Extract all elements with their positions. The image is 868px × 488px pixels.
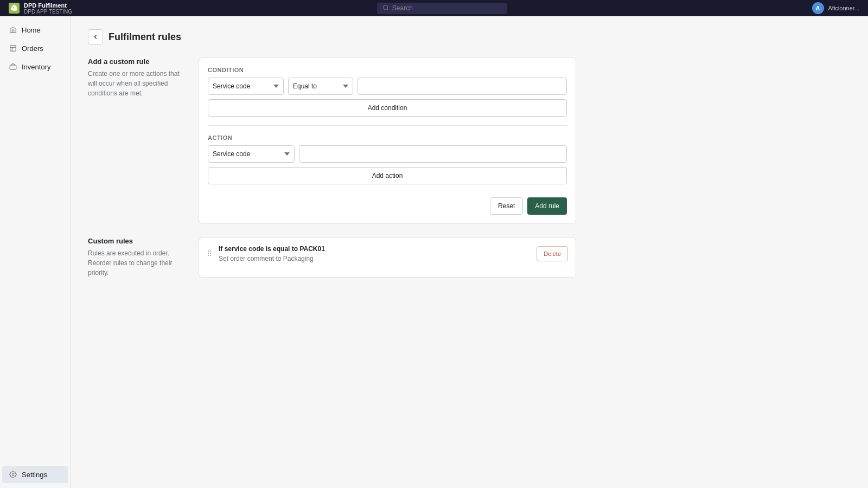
action-value-input[interactable]: [299, 145, 567, 163]
top-navigation: DPD Fulfilment DPD APP TESTING A Aficion…: [0, 0, 868, 16]
sidebar-item-home-label: Home: [22, 26, 41, 34]
avatar: A: [812, 2, 824, 14]
add-rule-description: Add a custom rule Create one or more act…: [88, 57, 186, 224]
sidebar-item-inventory[interactable]: Inventory: [2, 58, 68, 75]
back-button[interactable]: [88, 29, 103, 44]
svg-rect-2: [10, 65, 16, 69]
store-name: Aficionner...: [828, 5, 859, 11]
condition-row: Service code Order tag SKU Product title…: [208, 78, 567, 95]
drag-handle-icon[interactable]: ⠿: [207, 249, 212, 258]
custom-rules-section: Custom rules Rules are executed in order…: [88, 237, 576, 278]
settings-icon: [9, 470, 17, 479]
condition-field-select[interactable]: Service code Order tag SKU Product title: [208, 78, 284, 95]
app-subtitle: DPD APP TESTING: [24, 9, 72, 15]
rule-form-buttons: Reset Add rule: [208, 193, 567, 215]
add-rule-card: CONDITION Service code Order tag SKU Pro…: [199, 57, 576, 224]
rule-action-text: Set order comment to Packaging: [219, 255, 314, 262]
page-header: Fulfilment rules: [88, 29, 851, 44]
condition-label: CONDITION: [208, 67, 567, 73]
shopify-logo: [9, 3, 20, 14]
divider: [208, 125, 567, 126]
svg-rect-1: [10, 46, 16, 52]
add-rule-heading: Add a custom rule: [88, 57, 186, 66]
home-icon: [9, 25, 17, 34]
sidebar-item-settings[interactable]: Settings: [2, 466, 68, 483]
custom-rules-description: Custom rules Rules are executed in order…: [88, 237, 186, 278]
rule-condition-text: If service code is equal to PACK01: [219, 244, 530, 254]
action-field-select[interactable]: Service code Order comment Carrier Packa…: [208, 145, 295, 163]
table-row: ⠿ If service code is equal to PACK01 Set…: [199, 237, 576, 270]
action-label: ACTION: [208, 134, 567, 141]
add-rule-button[interactable]: Add rule: [527, 197, 567, 215]
action-section: ACTION Service code Order comment Carrie…: [208, 134, 567, 184]
sidebar-item-settings-label: Settings: [22, 471, 47, 479]
inventory-icon: [9, 62, 17, 71]
sidebar-item-inventory-label: Inventory: [22, 63, 50, 71]
sidebar-item-orders-label: Orders: [22, 44, 43, 53]
delete-rule-button[interactable]: Delete: [537, 246, 568, 261]
sidebar-item-orders[interactable]: Orders: [2, 40, 68, 57]
add-condition-button[interactable]: Add condition: [208, 99, 567, 117]
condition-operator-select[interactable]: Equal to Not equal to Contains Does not …: [288, 78, 353, 95]
main-content: Fulfilment rules Add a custom rule Creat…: [71, 16, 868, 488]
rule-text: If service code is equal to PACK01 Set o…: [219, 244, 530, 264]
search-icon: [382, 4, 389, 12]
sidebar: Home Orders Inventory Settings: [0, 16, 71, 488]
search-input[interactable]: [392, 4, 502, 12]
sidebar-item-home[interactable]: Home: [2, 21, 68, 38]
custom-rules-heading: Custom rules: [88, 237, 186, 245]
svg-point-0: [383, 5, 387, 9]
action-row: Service code Order comment Carrier Packa…: [208, 145, 567, 163]
add-rule-description-text: Create one or more actions that will occ…: [88, 69, 186, 98]
app-title: DPD Fulfilment: [24, 2, 72, 9]
svg-point-3: [12, 473, 14, 476]
page-title: Fulfilment rules: [108, 31, 181, 43]
rules-list: ⠿ If service code is equal to PACK01 Set…: [199, 237, 576, 278]
search-bar[interactable]: [377, 3, 507, 14]
condition-section: CONDITION Service code Order tag SKU Pro…: [208, 67, 567, 117]
reset-button[interactable]: Reset: [490, 197, 523, 215]
add-rule-section: Add a custom rule Create one or more act…: [88, 57, 576, 224]
add-action-button[interactable]: Add action: [208, 167, 567, 184]
orders-icon: [9, 44, 17, 53]
condition-value-input[interactable]: [358, 78, 567, 95]
custom-rules-description-text: Rules are executed in order. Reorder rul…: [88, 248, 186, 278]
